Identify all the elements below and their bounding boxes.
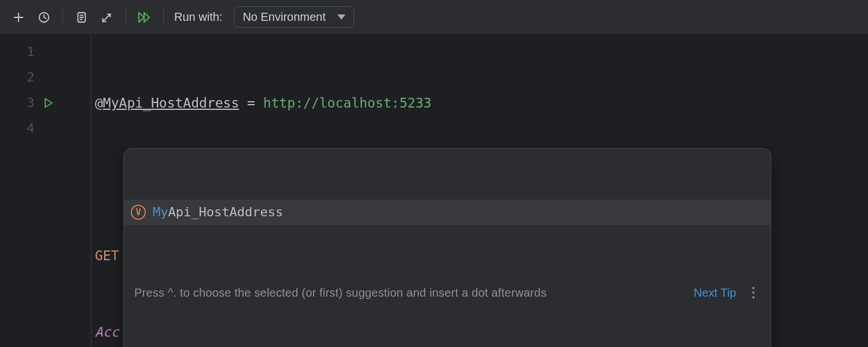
kebab-dot-icon xyxy=(752,291,755,294)
import-arrow-icon xyxy=(101,11,113,24)
history-button[interactable] xyxy=(34,7,54,28)
variable-badge-icon: V xyxy=(131,205,146,220)
document-icon xyxy=(75,11,88,24)
chevron-down-icon xyxy=(337,14,345,20)
examples-button[interactable] xyxy=(71,7,92,28)
line-number: 3 xyxy=(0,90,35,116)
kebab-dot-icon xyxy=(752,287,755,289)
run-icon xyxy=(43,97,54,109)
http-toolbar: Run with: No Environment xyxy=(0,0,868,35)
svg-marker-9 xyxy=(144,12,149,22)
more-options-button[interactable] xyxy=(746,287,760,298)
line-number: 2 xyxy=(0,65,35,90)
toolbar-separator xyxy=(163,9,164,25)
line-number: 4 xyxy=(0,116,35,141)
line-number: 1 xyxy=(0,39,35,65)
environment-value: No Environment xyxy=(242,10,325,24)
plus-icon xyxy=(12,11,25,24)
import-button[interactable] xyxy=(97,7,117,28)
run-all-icon xyxy=(137,11,152,24)
run-line-button[interactable] xyxy=(35,97,91,109)
toolbar-separator xyxy=(62,9,63,25)
environment-select[interactable]: No Environment xyxy=(234,6,354,28)
code-line[interactable]: @MyApi_HostAddress = http://localhost:52… xyxy=(95,90,868,116)
run-all-button[interactable] xyxy=(134,7,155,28)
kebab-dot-icon xyxy=(752,296,755,298)
svg-marker-8 xyxy=(139,12,144,22)
editor-gutter: 1 2 3 4 xyxy=(0,35,91,347)
svg-line-7 xyxy=(103,14,111,21)
suggestion-text: MyApi_HostAddress xyxy=(153,200,283,225)
toolbar-separator xyxy=(126,9,126,25)
hint-text: Press ^. to choose the selected (or firs… xyxy=(134,280,683,305)
clock-icon xyxy=(38,11,50,24)
autocomplete-popup: V MyApi_HostAddress Press ^. to choose t… xyxy=(123,148,771,347)
suggestion-item[interactable]: V MyApi_HostAddress xyxy=(124,200,771,225)
svg-marker-10 xyxy=(45,99,52,108)
code-editor[interactable]: 1 2 3 4 @MyApi_HostAddress = http://loca… xyxy=(0,35,868,347)
new-request-button[interactable] xyxy=(8,7,29,28)
code-area[interactable]: @MyApi_HostAddress = http://localhost:52… xyxy=(91,35,868,347)
next-tip-link[interactable]: Next Tip xyxy=(694,280,736,305)
run-with-label: Run with: xyxy=(174,10,222,24)
suggestion-hint-bar: Press ^. to choose the selected (or firs… xyxy=(124,276,771,309)
